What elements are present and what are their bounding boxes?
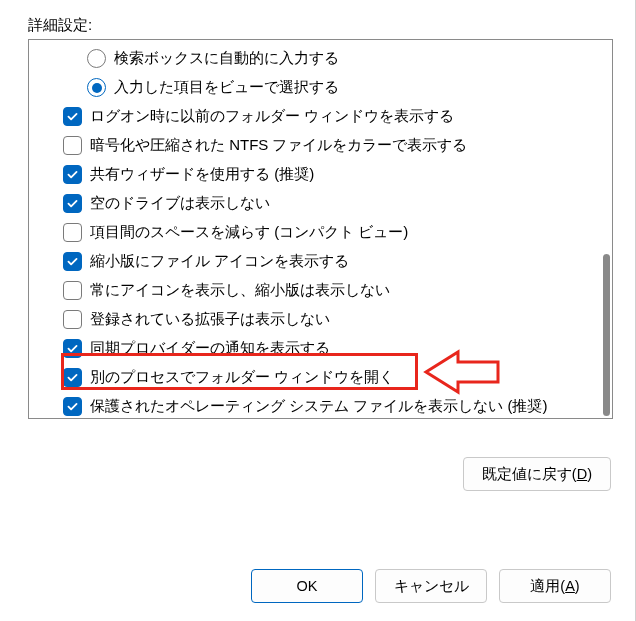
option-label-6: 項目間のスペースを減らす (コンパクト ビュー) xyxy=(90,223,408,242)
option-row-10[interactable]: 同期プロバイダーの通知を表示する xyxy=(35,334,594,363)
option-label-5: 空のドライブは表示しない xyxy=(90,194,270,213)
cancel-button[interactable]: キャンセル xyxy=(375,569,487,603)
checkbox-4[interactable] xyxy=(63,165,82,184)
restore-defaults-button[interactable]: 既定値に戻す(D) xyxy=(463,457,611,491)
section-label: 詳細設定: xyxy=(28,16,613,35)
checkbox-5[interactable] xyxy=(63,194,82,213)
apply-button[interactable]: 適用(A) xyxy=(499,569,611,603)
checkbox-2[interactable] xyxy=(63,107,82,126)
dialog-button-bar: OK キャンセル 適用(A) xyxy=(251,569,611,603)
apply-label: 適用(A) xyxy=(530,577,579,596)
option-row-2[interactable]: ログオン時に以前のフォルダー ウィンドウを表示する xyxy=(35,102,594,131)
option-label-4: 共有ウィザードを使用する (推奨) xyxy=(90,165,314,184)
checkbox-3[interactable] xyxy=(63,136,82,155)
checkbox-11[interactable] xyxy=(63,368,82,387)
checkbox-7[interactable] xyxy=(63,252,82,271)
checkbox-8[interactable] xyxy=(63,281,82,300)
option-label-1: 入力した項目をビューで選択する xyxy=(114,78,339,97)
option-label-7: 縮小版にファイル アイコンを表示する xyxy=(90,252,349,271)
option-label-9: 登録されている拡張子は表示しない xyxy=(90,310,330,329)
option-label-2: ログオン時に以前のフォルダー ウィンドウを表示する xyxy=(90,107,454,126)
option-label-12: 保護されたオペレーティング システム ファイルを表示しない (推奨) xyxy=(90,397,548,416)
option-row-11[interactable]: 別のプロセスでフォルダー ウィンドウを開く xyxy=(35,363,594,392)
radio-1[interactable] xyxy=(87,78,106,97)
advanced-settings-panel: 詳細設定: 検索ボックスに自動的に入力する入力した項目をビューで選択するログオン… xyxy=(8,0,633,621)
option-label-3: 暗号化や圧縮された NTFS ファイルをカラーで表示する xyxy=(90,136,468,155)
radio-0[interactable] xyxy=(87,49,106,68)
ok-button[interactable]: OK xyxy=(251,569,363,603)
option-row-4[interactable]: 共有ウィザードを使用する (推奨) xyxy=(35,160,594,189)
advanced-options-list[interactable]: 検索ボックスに自動的に入力する入力した項目をビューで選択するログオン時に以前のフ… xyxy=(28,39,613,419)
option-label-8: 常にアイコンを表示し、縮小版は表示しない xyxy=(90,281,390,300)
option-row-1[interactable]: 入力した項目をビューで選択する xyxy=(35,73,594,102)
checkbox-10[interactable] xyxy=(63,339,82,358)
option-row-9[interactable]: 登録されている拡張子は表示しない xyxy=(35,305,594,334)
scrollbar[interactable] xyxy=(602,44,610,414)
option-row-6[interactable]: 項目間のスペースを減らす (コンパクト ビュー) xyxy=(35,218,594,247)
option-row-12[interactable]: 保護されたオペレーティング システム ファイルを表示しない (推奨) xyxy=(35,392,594,419)
restore-defaults-label: 既定値に戻す(D) xyxy=(482,465,592,484)
option-row-5[interactable]: 空のドライブは表示しない xyxy=(35,189,594,218)
checkbox-9[interactable] xyxy=(63,310,82,329)
option-label-10: 同期プロバイダーの通知を表示する xyxy=(90,339,330,358)
cancel-label: キャンセル xyxy=(394,577,469,596)
option-row-7[interactable]: 縮小版にファイル アイコンを表示する xyxy=(35,247,594,276)
option-label-11: 別のプロセスでフォルダー ウィンドウを開く xyxy=(90,368,394,387)
ok-label: OK xyxy=(297,578,318,594)
scroll-thumb[interactable] xyxy=(603,254,610,416)
option-row-0[interactable]: 検索ボックスに自動的に入力する xyxy=(35,44,594,73)
option-row-3[interactable]: 暗号化や圧縮された NTFS ファイルをカラーで表示する xyxy=(35,131,594,160)
checkbox-12[interactable] xyxy=(63,397,82,416)
option-label-0: 検索ボックスに自動的に入力する xyxy=(114,49,339,68)
option-row-8[interactable]: 常にアイコンを表示し、縮小版は表示しない xyxy=(35,276,594,305)
checkbox-6[interactable] xyxy=(63,223,82,242)
